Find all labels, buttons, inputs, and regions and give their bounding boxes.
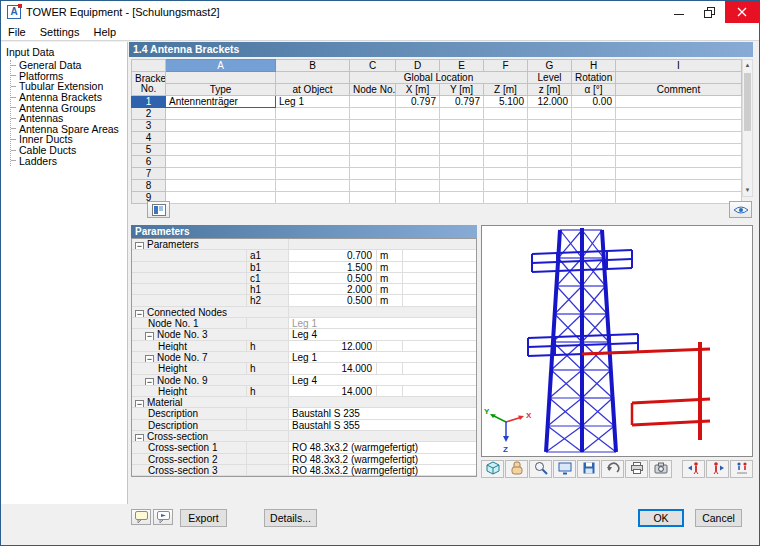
param-item-row[interactable]: Cross-section 1RO 48.3x3.2 (warmgefertig… <box>132 442 476 453</box>
bracket-row[interactable]: 4 <box>132 132 742 144</box>
cell-y[interactable]: 0.797 <box>440 96 484 108</box>
cell-x[interactable] <box>396 132 440 144</box>
param-item-row[interactable]: DescriptionBaustahl S 235 <box>132 408 476 419</box>
param-value[interactable]: RO 48.3x3.2 (warmgefertigt) <box>289 465 476 475</box>
cell-x[interactable] <box>396 168 440 180</box>
column-letter-e[interactable]: E <box>440 60 484 72</box>
cell-x[interactable]: 0.797 <box>396 96 440 108</box>
cell-y[interactable] <box>440 168 484 180</box>
column-letter-c[interactable]: C <box>350 60 396 72</box>
cell-z[interactable] <box>484 180 528 192</box>
param-value[interactable] <box>289 307 476 317</box>
scroll-thumb[interactable] <box>744 73 751 131</box>
param-value[interactable] <box>289 431 476 441</box>
cell-type[interactable] <box>166 108 276 120</box>
cell-level-z[interactable] <box>528 144 572 156</box>
cell-comment[interactable] <box>616 156 742 168</box>
ok-button[interactable]: OK <box>638 509 684 527</box>
cell-level-z[interactable] <box>528 108 572 120</box>
scroll-up-button[interactable]: ▲ <box>743 60 752 71</box>
param-value[interactable]: 12.000 <box>289 341 377 351</box>
cell-rotation[interactable]: 0.00 <box>572 96 616 108</box>
cell-y[interactable] <box>440 144 484 156</box>
param-item-row[interactable]: Heighth12.000 <box>132 341 476 352</box>
param-value[interactable] <box>289 397 476 407</box>
row-number[interactable]: 6 <box>132 156 166 168</box>
row-number[interactable]: 2 <box>132 108 166 120</box>
cell-type[interactable] <box>166 132 276 144</box>
cell-z[interactable] <box>484 192 528 204</box>
param-value[interactable]: 0.700 <box>289 250 377 260</box>
collapse-icon[interactable]: − <box>135 434 144 441</box>
cell-at-object[interactable] <box>276 108 350 120</box>
cell-node-no[interactable] <box>350 132 396 144</box>
param-item-row[interactable]: Cross-section 2RO 48.3x3.2 (warmgefertig… <box>132 454 476 465</box>
cell-rotation[interactable] <box>572 144 616 156</box>
cell-rotation[interactable] <box>572 168 616 180</box>
param-item-row[interactable]: Heighth14.000 <box>132 386 476 397</box>
param-group-row[interactable]: −Connected Nodes <box>132 307 476 318</box>
cell-type[interactable] <box>166 180 276 192</box>
cell-x[interactable] <box>396 120 440 132</box>
sidebar-root-input-data[interactable]: Input Data <box>1 42 127 59</box>
cell-type[interactable] <box>166 156 276 168</box>
param-group-row[interactable]: −Node No. 3Leg 4 <box>132 329 476 340</box>
cell-level-z[interactable]: 12.000 <box>528 96 572 108</box>
collapse-icon[interactable]: − <box>145 378 154 385</box>
cell-comment[interactable] <box>616 168 742 180</box>
show-graphic-button[interactable] <box>147 201 170 218</box>
param-value[interactable]: 2.000 <box>289 284 377 294</box>
cell-y[interactable] <box>440 180 484 192</box>
cell-level-z[interactable] <box>528 180 572 192</box>
cell-node-no[interactable] <box>350 144 396 156</box>
print-button[interactable] <box>625 460 648 478</box>
cell-rotation[interactable] <box>572 120 616 132</box>
figure-prev-button[interactable] <box>682 460 705 478</box>
minimize-button[interactable] <box>663 1 694 23</box>
comment-panel-button[interactable] <box>131 509 151 525</box>
param-value[interactable]: Baustahl S 235 <box>289 408 476 418</box>
camera-button[interactable] <box>649 460 672 478</box>
cell-node-no[interactable] <box>350 168 396 180</box>
param-value[interactable]: Leg 4 <box>289 375 476 385</box>
cell-z[interactable] <box>484 120 528 132</box>
row-number[interactable]: 7 <box>132 168 166 180</box>
undo-view-button[interactable] <box>601 460 624 478</box>
param-value[interactable]: Leg 1 <box>289 352 476 362</box>
row-number[interactable]: 8 <box>132 180 166 192</box>
details-button[interactable]: Details... <box>264 509 317 527</box>
cell-z[interactable] <box>484 156 528 168</box>
cancel-button[interactable]: Cancel <box>695 509 742 527</box>
maximize-button[interactable] <box>694 1 725 23</box>
param-value[interactable]: 1.500 <box>289 262 377 272</box>
row-number[interactable]: 3 <box>132 120 166 132</box>
cell-at-object[interactable] <box>276 168 350 180</box>
param-item-row[interactable]: DescriptionBaustahl S 355 <box>132 420 476 431</box>
viewer-3d[interactable]: Y X Z <box>481 225 753 457</box>
cell-rotation[interactable] <box>572 180 616 192</box>
menu-file[interactable]: File <box>1 26 33 38</box>
visibility-button[interactable] <box>729 201 752 218</box>
cell-z[interactable] <box>484 144 528 156</box>
cell-comment[interactable] <box>616 144 742 156</box>
column-letter-f[interactable]: F <box>484 60 528 72</box>
row-number[interactable]: 4 <box>132 132 166 144</box>
figure-all-button[interactable] <box>730 460 753 478</box>
cell-at-object[interactable] <box>276 192 350 204</box>
cell-rotation[interactable] <box>572 156 616 168</box>
cell-comment[interactable] <box>616 132 742 144</box>
cell-node-no[interactable] <box>350 156 396 168</box>
cell-rotation[interactable] <box>572 132 616 144</box>
param-item-row[interactable]: Node No. 1Leg 1 <box>132 318 476 329</box>
collapse-icon[interactable]: − <box>135 242 144 249</box>
cell-at-object[interactable] <box>276 132 350 144</box>
cell-node-no[interactable] <box>350 192 396 204</box>
cell-comment[interactable] <box>616 108 742 120</box>
param-item-row[interactable]: h20.500m <box>132 295 476 306</box>
cell-level-z[interactable] <box>528 156 572 168</box>
column-letter-b[interactable]: B <box>276 60 350 72</box>
column-letter-g[interactable]: G <box>528 60 572 72</box>
cell-z[interactable] <box>484 168 528 180</box>
column-letter-a[interactable]: A <box>166 60 276 72</box>
cell-level-z[interactable] <box>528 192 572 204</box>
